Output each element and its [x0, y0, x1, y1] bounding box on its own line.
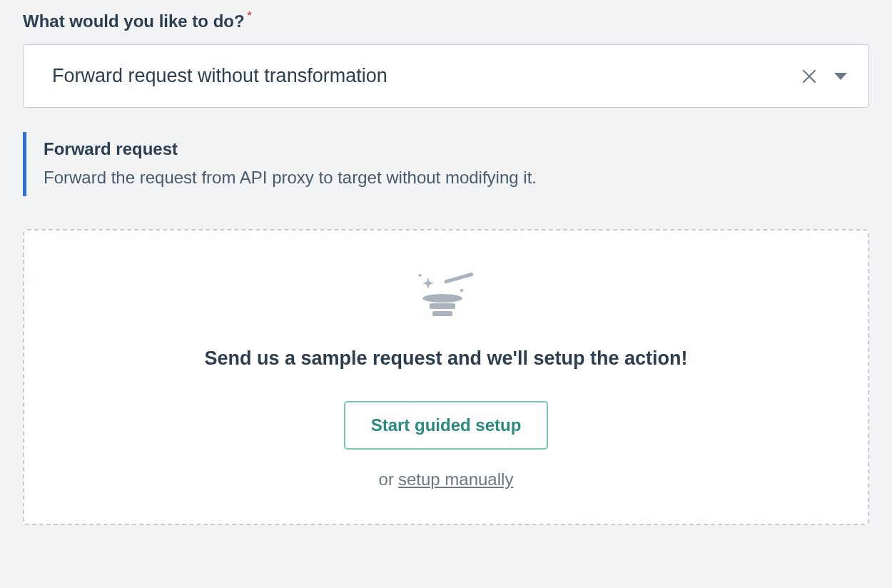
setup-card: Send us a sample request and we'll setup… — [23, 229, 869, 525]
select-value: Forward request without transformation — [52, 65, 387, 87]
manual-setup-text: or setup manually — [379, 470, 514, 490]
setup-manually-link[interactable]: setup manually — [398, 470, 513, 490]
setup-heading: Send us a sample request and we'll setup… — [204, 348, 687, 370]
clear-icon[interactable] — [801, 69, 817, 84]
action-select[interactable]: Forward request without transformation — [23, 44, 869, 108]
svg-rect-5 — [460, 288, 464, 293]
magic-wand-icon — [414, 269, 478, 322]
svg-rect-8 — [432, 311, 452, 316]
svg-marker-2 — [834, 73, 847, 80]
svg-point-6 — [422, 294, 462, 303]
select-actions — [801, 69, 847, 84]
field-label: What would you like to do? * — [23, 11, 869, 31]
svg-rect-7 — [430, 303, 455, 309]
svg-rect-3 — [444, 272, 474, 283]
info-title: Forward request — [44, 139, 852, 159]
chevron-down-icon[interactable] — [834, 72, 847, 81]
start-guided-setup-button[interactable]: Start guided setup — [344, 401, 549, 450]
field-label-text: What would you like to do? — [23, 11, 245, 31]
required-asterisk: * — [248, 9, 252, 21]
or-text: or — [379, 470, 394, 490]
info-card: Forward request Forward the request from… — [23, 132, 869, 196]
svg-rect-4 — [418, 273, 422, 277]
info-description: Forward the request from API proxy to ta… — [44, 168, 852, 188]
